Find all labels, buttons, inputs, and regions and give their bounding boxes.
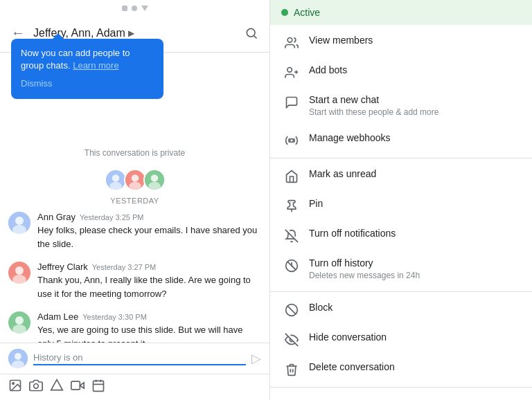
svg-point-34 (287, 68, 292, 73)
svg-point-39 (290, 138, 294, 142)
chat-panel: ← Jeffery, Ann, Adam ▶ Now you can add p… (0, 0, 270, 400)
menu-item-start-new-chat-label: Start a new chat (309, 94, 438, 105)
menu-item-mark-unread-label: Mark as unread (309, 168, 376, 179)
svg-rect-29 (94, 381, 104, 391)
menu-item-pin-content: Pin (309, 198, 323, 209)
menu-item-manage-webhooks[interactable]: Manage webhooks (270, 125, 532, 155)
message-header-3: Adam Lee Yesterday 3:30 PM (37, 311, 261, 322)
menu-item-block-label: Block (309, 302, 332, 313)
send-button[interactable]: ▷ (251, 351, 261, 366)
person-add-icon (284, 65, 299, 80)
window-toolbar (0, 0, 269, 14)
menu-item-turn-off-notifications[interactable]: Turn off notifications (270, 221, 532, 251)
menu-item-manage-webhooks-label: Manage webhooks (309, 132, 391, 143)
menu-item-turn-off-notifications-label: Turn off notifications (309, 228, 396, 239)
menu-item-start-new-chat[interactable]: Start a new chat Start with these people… (270, 87, 532, 125)
svg-point-10 (148, 182, 161, 190)
menu-item-mark-unread[interactable]: Mark as unread (270, 161, 532, 191)
chat-title: Jeffery, Ann, Adam ▶ (33, 27, 245, 39)
menu-item-start-new-chat-content: Start a new chat Start with these people… (309, 94, 438, 118)
calendar-icon[interactable] (91, 379, 105, 396)
tooltip-bubble: Now you can add people to group chats. L… (11, 39, 163, 99)
avatar-1 (105, 169, 127, 191)
menu-item-pin-label: Pin (309, 198, 323, 209)
history-off-icon (284, 258, 299, 273)
messages-area: Ann Gray Yesterday 3:25 PM Hey folks, pl… (0, 212, 269, 343)
menu-item-block[interactable]: Block (270, 295, 532, 325)
menu-item-add-bots[interactable]: Add bots (270, 57, 532, 87)
chat-title-expand-icon[interactable]: ▶ (128, 28, 134, 38)
message-text-1: Hey folks, please check your emails. I h… (37, 224, 261, 251)
avatar-group (0, 169, 269, 191)
menu-item-add-bots-content: Add bots (309, 64, 347, 75)
people-icon (284, 35, 299, 51)
svg-line-41 (285, 230, 298, 242)
webhooks-icon (284, 133, 299, 148)
menu-item-turn-off-history[interactable]: Turn off history Deletes new messages in… (270, 251, 532, 289)
message-actions-bar (0, 374, 269, 400)
avatar-jeffrey (8, 262, 30, 284)
toolbar-circle (132, 6, 137, 11)
delete-icon (284, 362, 299, 377)
search-button[interactable] (245, 26, 258, 40)
active-label: Active (294, 7, 320, 18)
menu-item-manage-webhooks-content: Manage webhooks (309, 132, 391, 143)
message-row: Jeffrey Clark Yesterday 3:27 PM Thank yo… (8, 262, 261, 300)
svg-point-4 (109, 182, 122, 190)
menu-item-delete-conversation-content: Delete conversation (309, 361, 395, 372)
menu-item-turn-off-history-content: Turn off history Deletes new messages in… (309, 257, 420, 282)
svg-rect-28 (71, 381, 80, 390)
message-text-2: Thank you, Ann, I really like the slide.… (37, 273, 261, 300)
unread-icon (284, 169, 299, 184)
message-time-2: Yesterday 3:27 PM (92, 263, 157, 271)
svg-point-0 (247, 28, 255, 37)
svg-point-18 (15, 316, 24, 325)
drive-icon[interactable] (50, 379, 64, 396)
tooltip-dismiss-button[interactable]: Dismiss (21, 78, 154, 90)
current-user-avatar (8, 349, 28, 368)
image-icon[interactable] (8, 379, 22, 396)
active-status-bar: Active (270, 0, 532, 25)
svg-point-7 (129, 182, 141, 190)
svg-point-15 (15, 266, 24, 275)
menu-section-1: View members Add bots St (270, 25, 532, 158)
tooltip-learn-more-link[interactable]: Learn more (73, 60, 118, 71)
svg-point-6 (131, 174, 139, 182)
chat-title-text: Jeffery, Ann, Adam (33, 27, 125, 39)
svg-point-21 (15, 353, 21, 360)
message-sender-1: Ann Gray (37, 212, 76, 222)
message-input-bar: History is on ▷ (0, 343, 269, 374)
avatar-2 (124, 169, 146, 191)
svg-point-25 (34, 384, 39, 389)
message-time-1: Yesterday 3:25 PM (80, 213, 144, 221)
menu-item-view-members[interactable]: View members (270, 28, 532, 57)
menu-item-delete-conversation[interactable]: Delete conversation (270, 354, 532, 384)
private-notice: This conversation is private (0, 143, 269, 163)
bell-off-icon (284, 228, 299, 244)
message-time-3: Yesterday 3:30 PM (82, 313, 147, 321)
message-sender-3: Adam Lee (37, 311, 78, 322)
avatar-ann (8, 212, 30, 234)
menu-section-2: Mark as unread Pin Turn (270, 158, 532, 292)
pin-icon (284, 199, 299, 214)
menu-item-turn-off-notifications-content: Turn off notifications (309, 228, 396, 239)
message-content-2: Jeffrey Clark Yesterday 3:27 PM Thank yo… (37, 262, 261, 300)
message-input[interactable]: History is on (33, 352, 246, 365)
avatar-3 (143, 169, 166, 191)
menu-item-mark-unread-content: Mark as unread (309, 168, 376, 179)
block-icon (284, 302, 299, 318)
menu-item-turn-off-history-label: Turn off history (309, 257, 420, 269)
message-row: Ann Gray Yesterday 3:25 PM Hey folks, pl… (8, 212, 261, 251)
svg-line-1 (254, 35, 257, 38)
chat-icon (284, 95, 299, 110)
camera-icon[interactable] (29, 379, 43, 396)
menu-item-delete-conversation-label: Delete conversation (309, 361, 395, 372)
video-icon[interactable] (71, 379, 85, 396)
message-text-3: Yes, we are going to use this slide. But… (37, 323, 261, 343)
menu-item-pin[interactable]: Pin (270, 191, 532, 221)
svg-point-12 (15, 217, 24, 225)
menu-item-hide-conversation-label: Hide conversation (309, 331, 387, 343)
menu-item-start-new-chat-sublabel: Start with these people & add more (309, 107, 438, 118)
menu-item-hide-conversation[interactable]: Hide conversation (270, 325, 532, 354)
toolbar-square (122, 6, 127, 11)
